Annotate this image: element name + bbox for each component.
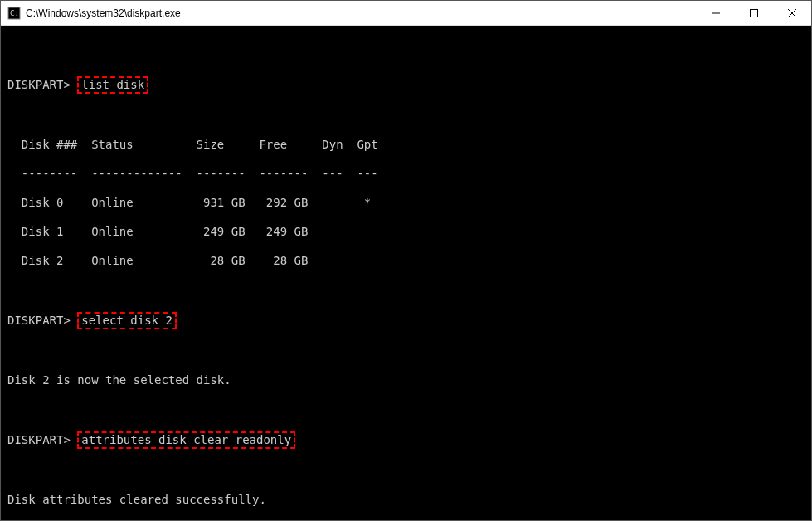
table-row: Disk 1 Online 249 GB 249 GB <box>7 225 805 240</box>
command-list-disk: list disk <box>77 76 148 95</box>
svg-rect-3 <box>751 9 758 17</box>
minimize-button[interactable] <box>697 1 735 25</box>
terminal-output[interactable]: DISKPART> list disk Disk ### Status Size… <box>1 26 811 520</box>
window-frame: C: C:\Windows\system32\diskpart.exe DISK… <box>0 0 812 521</box>
close-button[interactable] <box>773 1 811 25</box>
titlebar[interactable]: C: C:\Windows\system32\diskpart.exe <box>1 1 811 26</box>
svg-text:C:: C: <box>10 9 19 17</box>
table-divider: -------- ------------- ------- ------- -… <box>7 167 805 182</box>
maximize-button[interactable] <box>735 1 773 25</box>
app-icon: C: <box>7 7 21 20</box>
prompt: DISKPART> <box>7 433 71 446</box>
table-row: Disk 2 Online 28 GB 28 GB <box>7 254 805 269</box>
message-selected: Disk 2 is now the selected disk. <box>7 373 805 388</box>
window-controls <box>697 1 811 25</box>
command-select-disk: select disk 2 <box>77 312 177 330</box>
prompt: DISKPART> <box>7 314 71 327</box>
command-attributes: attributes disk clear readonly <box>77 431 295 450</box>
prompt: DISKPART> <box>7 78 71 91</box>
window-title: C:\Windows\system32\diskpart.exe <box>26 7 697 19</box>
message-attributes-cleared: Disk attributes cleared successfully. <box>7 493 805 508</box>
table-header: Disk ### Status Size Free Dyn Gpt <box>7 138 805 153</box>
table-row: Disk 0 Online 931 GB 292 GB * <box>7 196 805 211</box>
